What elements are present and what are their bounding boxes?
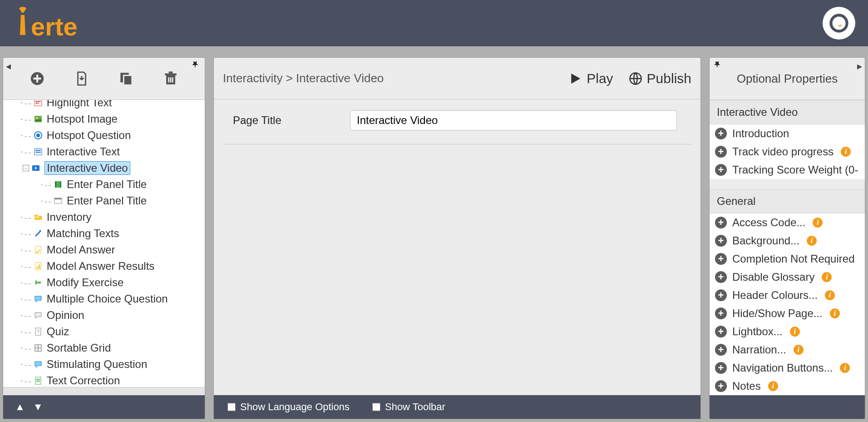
info-icon[interactable]: i xyxy=(822,272,832,282)
brand-badge xyxy=(823,7,855,40)
tree-item-enter-panel-title[interactable]: ·--Enter Panel Title xyxy=(3,193,205,209)
tree-hscroll[interactable] xyxy=(3,387,205,395)
property-header-colours-[interactable]: +Header Colours...i xyxy=(710,286,865,304)
svg-rect-27 xyxy=(54,198,62,199)
property-completion-not-required[interactable]: +Completion Not Required xyxy=(710,250,865,268)
svg-rect-5 xyxy=(123,75,132,85)
film-icon xyxy=(53,179,63,189)
info-icon[interactable]: i xyxy=(841,147,851,157)
svg-rect-25 xyxy=(60,181,61,188)
add-property-icon[interactable]: + xyxy=(715,253,727,265)
tree-item-sortable-grid[interactable]: ·--Sortable Grid xyxy=(3,340,205,356)
tree-item-hotspot-question[interactable]: ·--Hotspot Question xyxy=(3,127,205,144)
add-property-icon[interactable]: + xyxy=(715,326,727,338)
svg-rect-33 xyxy=(38,266,39,269)
collapse-left-icon[interactable]: ◂ xyxy=(6,60,11,72)
publish-button[interactable]: Publish xyxy=(629,71,691,86)
add-button[interactable] xyxy=(28,70,46,88)
property-disable-glossary[interactable]: +Disable Glossaryi xyxy=(710,268,865,286)
add-property-icon[interactable]: + xyxy=(715,308,727,319)
add-property-icon[interactable]: + xyxy=(715,146,727,158)
add-property-icon[interactable]: + xyxy=(715,235,727,247)
tree-item-text-correction[interactable]: ·--Text Correction xyxy=(3,372,205,387)
add-property-icon[interactable]: + xyxy=(715,289,727,301)
property-introduction[interactable]: +Introduction xyxy=(710,124,865,143)
duplicate-button[interactable] xyxy=(117,70,135,88)
svg-point-18 xyxy=(36,134,40,137)
tree-item-label: Multiple Choice Question xyxy=(47,293,168,305)
group-gap xyxy=(710,179,865,189)
property-label: Background... xyxy=(732,234,799,247)
tree-scroll[interactable]: ·--Highlight Text ·--Hotspot Image ·--Ho… xyxy=(3,100,205,387)
expander-icon[interactable]: - xyxy=(23,165,29,171)
tree-item-label: Sortable Grid xyxy=(47,342,111,354)
tree-item-hotspot-image[interactable]: ·--Hotspot Image xyxy=(3,111,205,127)
play-button[interactable]: Play xyxy=(568,71,613,86)
chat-icon xyxy=(33,359,43,369)
tree-item-stimulating-question[interactable]: ·--Stimulating Question xyxy=(3,356,205,372)
property-hide-show-page-[interactable]: +Hide/Show Page...i xyxy=(710,304,865,323)
tree-item-quiz[interactable]: ·--?Quiz xyxy=(3,323,205,340)
property-access-code-[interactable]: +Access Code...i xyxy=(710,213,865,232)
property-background-[interactable]: +Background...i xyxy=(710,232,865,250)
center-header: Interactivity > Interactive Video Play P… xyxy=(214,58,700,99)
show-language-toggle[interactable]: Show Language Options xyxy=(227,401,350,413)
svg-rect-14 xyxy=(35,103,39,104)
show-toolbar-label: Show Toolbar xyxy=(385,401,445,413)
collapse-right-icon[interactable]: ▸ xyxy=(857,60,862,72)
header-actions: Play Publish xyxy=(568,71,691,86)
tree-item-multiple-choice-question[interactable]: ·--Multiple Choice Question xyxy=(3,291,205,307)
info-icon[interactable]: i xyxy=(768,381,778,391)
tree-item-modify-exercise[interactable]: ·--Modify Exercise xyxy=(3,274,205,291)
tree-item-label: Hotspot Question xyxy=(47,129,131,142)
property-navigation-buttons-[interactable]: +Navigation Buttons...i xyxy=(710,359,865,377)
move-up-icon[interactable]: ▲ xyxy=(15,401,25,413)
info-icon[interactable]: i xyxy=(807,236,817,246)
info-icon[interactable]: i xyxy=(813,218,823,228)
add-property-icon[interactable]: + xyxy=(715,380,727,392)
property-tracking-score-weight-0-[interactable]: +Tracking Score Weight (0- xyxy=(710,161,865,179)
add-property-icon[interactable]: + xyxy=(715,164,727,176)
move-down-icon[interactable]: ▼ xyxy=(33,401,43,413)
property-track-video-progress[interactable]: +Track video progressi xyxy=(710,143,865,161)
show-language-checkbox[interactable] xyxy=(227,403,236,411)
tree-item-enter-panel-title[interactable]: ·--Enter Panel Title xyxy=(3,176,205,193)
tree-item-matching-texts[interactable]: ·--Matching Texts xyxy=(3,225,205,242)
page-title-input[interactable] xyxy=(350,110,677,130)
tree-container: ·--Highlight Text ·--Hotspot Image ·--Ho… xyxy=(3,99,205,387)
add-property-icon[interactable]: + xyxy=(715,271,727,283)
import-button[interactable] xyxy=(73,70,91,88)
svg-rect-21 xyxy=(35,152,41,153)
property-lightbox-[interactable]: +Lightbox...i xyxy=(710,323,865,341)
info-icon[interactable]: i xyxy=(790,327,800,337)
info-icon[interactable]: i xyxy=(825,290,835,300)
tree-item-interactive-text[interactable]: ·--Interactive Text xyxy=(3,144,205,160)
tree-item-opinion[interactable]: ·--Opinion xyxy=(3,307,205,323)
delete-button[interactable] xyxy=(162,70,180,88)
add-property-icon[interactable]: + xyxy=(715,128,727,139)
add-property-icon[interactable]: + xyxy=(715,362,727,374)
tree-item-inventory[interactable]: ·--Inventory xyxy=(3,209,205,225)
tree-item-model-answer[interactable]: ·--Model Answer xyxy=(3,242,205,258)
right-body[interactable]: Interactive Video+Introduction+Track vid… xyxy=(710,99,865,395)
show-toolbar-checkbox[interactable] xyxy=(372,403,380,411)
center-footer: Show Language Options Show Toolbar xyxy=(214,395,700,419)
info-icon[interactable]: i xyxy=(794,345,804,355)
add-property-icon[interactable]: + xyxy=(715,344,727,356)
tree-item-interactive-video[interactable]: -Interactive Video xyxy=(3,160,205,176)
show-toolbar-toggle[interactable]: Show Toolbar xyxy=(372,401,445,413)
property-narration-[interactable]: +Narration...i xyxy=(710,341,865,359)
tree-item-highlight-text[interactable]: ·--Highlight Text xyxy=(3,100,205,111)
pin-left-icon[interactable] xyxy=(192,60,200,71)
info-icon[interactable]: i xyxy=(830,308,840,318)
property-label: Notes xyxy=(732,380,761,392)
pin-right-icon[interactable] xyxy=(714,60,722,71)
tree-item-label: Text Correction xyxy=(47,374,120,387)
property-notes[interactable]: +Notesi xyxy=(710,377,865,395)
add-property-icon[interactable]: + xyxy=(715,217,727,228)
video-icon xyxy=(31,163,41,173)
tree-item-model-answer-results[interactable]: ·--Model Answer Results xyxy=(3,258,205,274)
info-icon[interactable]: i xyxy=(840,363,850,373)
page-title-input-wrap xyxy=(350,110,677,130)
svg-rect-9 xyxy=(168,77,169,82)
